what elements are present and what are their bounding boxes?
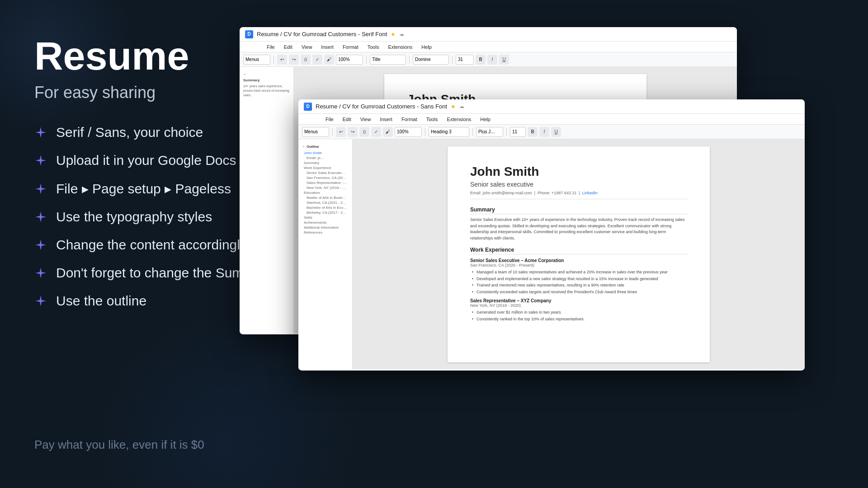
outline-name[interactable]: John Smith	[302, 150, 349, 155]
print-btn-serif[interactable]: ⎙	[301, 55, 311, 65]
menu-file-serif[interactable]: File	[267, 44, 275, 50]
style-dropdown-serif[interactable]: Title	[370, 55, 406, 65]
size-dropdown-serif[interactable]: 31	[456, 55, 474, 65]
job2-bullet2: Consistently ranked in the top 10% of sa…	[470, 316, 687, 322]
screenshots-container: D Resume / CV for Gumroad Customers - Se…	[240, 27, 845, 461]
sep1-sans	[332, 128, 333, 136]
feature-text-upload: Upload it in your Google Docs	[56, 153, 236, 168]
outline-job2[interactable]: Sales Representative - XYZ Co...	[302, 180, 349, 185]
outline-loc1[interactable]: San Francisco, CA (2020 - Pr...	[302, 175, 349, 180]
nav-back-serif[interactable]: ←	[243, 70, 290, 78]
feature-text-content: Change the content accordingly	[56, 237, 247, 253]
menu-format-serif[interactable]: Format	[343, 44, 359, 50]
underline-btn-sans[interactable]: U	[551, 127, 561, 137]
star-icon-sans: ★	[451, 103, 456, 110]
menu-insert-sans[interactable]: Insert	[380, 117, 392, 122]
docs-icon-sans: D	[304, 103, 312, 111]
spell-btn-serif[interactable]: ✓	[312, 55, 322, 65]
redo-btn-serif[interactable]: ↪	[289, 55, 299, 65]
job2-title-sans: Sales Representative – XYZ Company	[470, 298, 687, 303]
menu-format-sans[interactable]: Format	[401, 117, 417, 122]
menubar-serif: File Edit View Insert Format Tools Exten…	[240, 42, 737, 52]
menu-file-sans[interactable]: File	[326, 117, 334, 122]
job1-bullet3: Trained and mentored new sales represent…	[470, 282, 687, 288]
feature-text-typography: Use the typography styles	[56, 209, 212, 225]
outline-achievements[interactable]: Achievements	[302, 220, 349, 225]
undo-btn-sans[interactable]: ↩	[336, 127, 346, 137]
outline-workexp[interactable]: Work Experience	[302, 165, 349, 170]
menu-extensions-serif[interactable]: Extensions	[388, 44, 412, 50]
outline-additional[interactable]: Additional Information	[302, 225, 349, 230]
bold-btn-serif[interactable]: B	[476, 55, 486, 65]
sidebar-serif: ← Summary 10+ years sales experience, pr…	[240, 67, 294, 333]
outline-references[interactable]: References	[302, 230, 349, 235]
undo-btn-serif[interactable]: ↩	[277, 55, 287, 65]
content-area-sans: John Smith Senior sales executive Email:…	[353, 139, 805, 370]
job2-loc-sans: New York, NY (2018 - 2020)	[470, 303, 687, 308]
sans-doc-title: Resume / CV for Gumroad Customers - Sans…	[316, 103, 447, 110]
menus-dropdown-sans[interactable]: Menus	[302, 127, 329, 137]
job1-bullet4: Consistently exceeded sales targets and …	[470, 289, 687, 295]
feature-text-serif: Serif / Sans, your choice	[56, 125, 203, 140]
bold-btn-sans[interactable]: B	[528, 127, 538, 137]
italic-btn-sans[interactable]: I	[539, 127, 549, 137]
redo-btn-sans[interactable]: ↪	[348, 127, 358, 137]
print-btn-sans[interactable]: ⎙	[359, 127, 369, 137]
outline-edu2loc[interactable]: Berkeley, CA (2017 - 2021)	[302, 210, 349, 215]
sep4-serif	[452, 56, 453, 64]
outline-job1[interactable]: Senior Sales Executive - Acme...	[302, 170, 349, 175]
sep2-sans	[425, 128, 425, 136]
job1-title-sans: Senior Sales Executive – Acme Corporatio…	[470, 258, 687, 263]
cloud-icon-serif: ☁	[399, 31, 404, 37]
outline-edu2[interactable]: Bachelor of Arts in Economics...	[302, 205, 349, 210]
font-dropdown-serif[interactable]: Domine	[413, 55, 449, 65]
resume-contact-sans: Email: john.smith@temp-mail.com | Phone:…	[470, 191, 687, 199]
sparkle-icon-7	[34, 295, 47, 307]
zoom-dropdown-serif[interactable]: 100%	[336, 55, 363, 65]
outline-loc2[interactable]: New York, NY (2018 - 2020)	[302, 185, 349, 190]
nav-back-sans[interactable]: ← Outline	[302, 143, 349, 150]
outline-edu1loc[interactable]: Stanford, CA (2021 - 2023)	[302, 200, 349, 205]
menu-view-serif[interactable]: View	[302, 44, 312, 50]
docs-icon-serif: D	[245, 30, 253, 38]
resume-jobtitle-sans: Senior sales executive	[470, 181, 687, 188]
feature-text-outline: Use the outline	[56, 293, 146, 309]
outline-email[interactable]: Email: jo...	[302, 155, 349, 160]
menu-edit-sans[interactable]: Edit	[343, 117, 351, 122]
menu-help-sans[interactable]: Help	[480, 117, 491, 122]
menu-view-sans[interactable]: View	[360, 117, 371, 122]
menu-help-serif[interactable]: Help	[421, 44, 432, 50]
spell-btn-sans[interactable]: ✓	[371, 127, 381, 137]
sep1-serif	[274, 56, 274, 64]
job2-bullet1: Generated over $1 million in sales in tw…	[470, 310, 687, 315]
menus-dropdown-serif[interactable]: Menus	[243, 55, 270, 65]
job1-bullet2: Developed and implemented a new sales st…	[470, 276, 687, 282]
underline-btn-serif[interactable]: U	[499, 55, 509, 65]
italic-btn-serif[interactable]: I	[487, 55, 497, 65]
paint-btn-sans[interactable]: 🖌	[383, 127, 393, 137]
paint-btn-serif[interactable]: 🖌	[324, 55, 334, 65]
style-dropdown-sans[interactable]: Heading 3	[429, 127, 469, 137]
outline-summary[interactable]: Summary	[302, 160, 349, 165]
summary-sidebar-label: Summary	[243, 78, 290, 82]
job1-loc-sans: San Francisco, CA (2020 - Present)	[470, 263, 687, 267]
outline-edu[interactable]: Education	[302, 190, 349, 195]
font-dropdown-sans[interactable]: Plus J…	[476, 127, 503, 137]
menu-tools-sans[interactable]: Tools	[426, 117, 438, 122]
docbody-sans: ← Outline John Smith Email: jo... Summar…	[298, 139, 805, 370]
cloud-icon-sans: ☁	[459, 103, 464, 109]
outline-skills[interactable]: Skills	[302, 215, 349, 220]
menu-edit-serif[interactable]: Edit	[284, 44, 292, 50]
size-dropdown-sans[interactable]: 11	[510, 127, 526, 137]
work-section-sans: Work Experience	[470, 247, 687, 254]
titlebar-serif: D Resume / CV for Gumroad Customers - Se…	[240, 27, 737, 42]
menubar-sans: File Edit View Insert Format Tools Exten…	[298, 114, 805, 125]
menu-extensions-sans[interactable]: Extensions	[447, 117, 471, 122]
sparkle-icon-1	[34, 126, 47, 139]
sparkle-icon-6	[34, 267, 47, 279]
outline-edu1[interactable]: Master of Arts in Business Ad...	[302, 195, 349, 200]
serif-doc-title: Resume / CV for Gumroad Customers - Seri…	[257, 31, 387, 38]
menu-tools-serif[interactable]: Tools	[368, 44, 379, 50]
zoom-dropdown-sans[interactable]: 100%	[395, 127, 422, 137]
menu-insert-serif[interactable]: Insert	[321, 44, 334, 50]
